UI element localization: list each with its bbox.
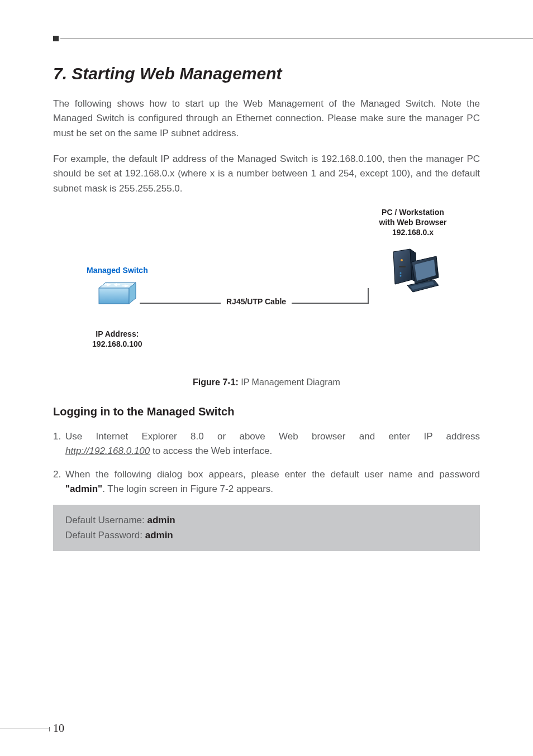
section-title: 7. Starting Web Management <box>53 64 480 83</box>
subsection-title: Logging in to the Managed Switch <box>53 405 480 418</box>
step-2-bold: "admin" <box>65 484 102 494</box>
ip-address-value: 192.168.0.100 <box>92 339 142 348</box>
crop-mark <box>53 36 59 41</box>
intro-paragraph-1: The following shows how to start up the … <box>53 97 480 141</box>
switch-ip-label: IP Address: 192.168.0.100 <box>87 329 148 349</box>
steps-list: Use Internet Explorer 8.0 or above Web b… <box>53 429 480 496</box>
switch-label: Managed Switch <box>87 266 148 275</box>
figure-label: Figure 7-1: <box>193 377 239 387</box>
username-value: admin <box>147 515 175 525</box>
step-2-pre: When the following dialog box appears, p… <box>65 469 480 480</box>
step-2: When the following dialog box appears, p… <box>53 467 480 497</box>
default-username-row: Default Username: admin <box>65 513 468 528</box>
cable-label: RJ45/UTP Cable <box>221 297 292 306</box>
ip-management-diagram: Managed Switch IP Address: 192.168.0.100 <box>53 207 480 369</box>
web-interface-url: http://192.168.0.100 <box>65 446 150 456</box>
step-2-post: . The login screen in Figure 7-2 appears… <box>102 484 273 494</box>
pc-line1: PC / Workstation <box>382 208 444 217</box>
header-rule <box>60 39 533 39</box>
page-number: 10 <box>53 722 64 735</box>
step-1-post: to access the Web interface. <box>150 446 272 456</box>
default-password-row: Default Password: admin <box>65 528 468 543</box>
footer-tick <box>49 727 50 731</box>
password-label: Default Password: <box>65 530 145 540</box>
switch-icon <box>94 280 140 307</box>
password-value: admin <box>145 530 173 540</box>
svg-rect-1 <box>99 288 129 304</box>
svg-rect-4 <box>399 266 406 267</box>
svg-point-5 <box>400 272 402 274</box>
figure-caption: Figure 7-1: IP Management Diagram <box>53 377 480 387</box>
pc-icon <box>385 246 441 295</box>
page-content: 7. Starting Web Management The following… <box>53 64 480 551</box>
svg-point-6 <box>400 275 402 276</box>
svg-point-3 <box>401 259 403 261</box>
pc-line2: with Web Browser <box>379 218 446 227</box>
pc-line3: 192.168.0.x <box>392 228 434 237</box>
intro-paragraph-2: For example, the default IP address of t… <box>53 152 480 196</box>
figure-text: IP Management Diagram <box>241 377 340 387</box>
pc-label: PC / Workstation with Web Browser 192.16… <box>360 207 466 238</box>
step-1: Use Internet Explorer 8.0 or above Web b… <box>53 429 480 459</box>
username-label: Default Username: <box>65 515 147 525</box>
footer-rule <box>0 729 49 729</box>
ip-address-label: IP Address: <box>96 329 139 338</box>
credentials-box: Default Username: admin Default Password… <box>53 505 480 551</box>
step-1-pre: Use Internet Explorer 8.0 or above Web b… <box>65 431 480 442</box>
switch-group: Managed Switch IP Address: 192.168.0.100 <box>87 266 148 349</box>
pc-group: PC / Workstation with Web Browser 192.16… <box>360 207 466 298</box>
